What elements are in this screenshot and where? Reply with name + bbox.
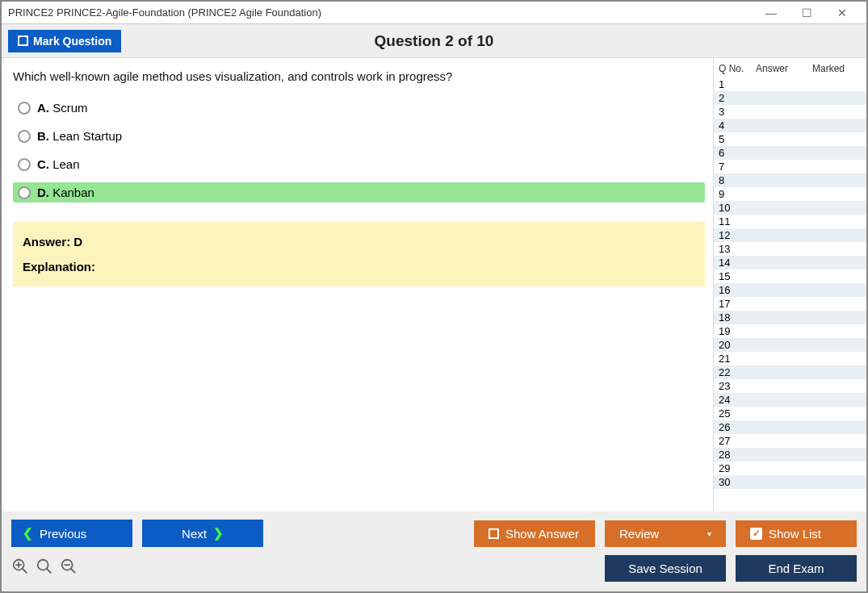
option-b[interactable]: B. Lean Startup: [13, 126, 705, 146]
row-qno: 3: [719, 106, 756, 118]
end-label: End Exam: [768, 562, 824, 575]
row-qno: 21: [719, 353, 756, 365]
option-label: D. Kanban: [37, 186, 94, 199]
option-a[interactable]: A. Scrum: [13, 98, 705, 118]
question-list-row[interactable]: 3: [714, 105, 866, 119]
body-area: Which well-known agile method uses visua…: [2, 58, 866, 512]
row-qno: 12: [719, 229, 756, 241]
show-answer-button[interactable]: Show Answer: [474, 520, 595, 547]
app-window: PRINCE2 PRINCE2-Agile-Foundation (PRINCE…: [0, 0, 868, 593]
close-button[interactable]: ✕: [824, 2, 860, 24]
question-list-row[interactable]: 5: [714, 132, 866, 146]
question-list-row[interactable]: 17: [714, 297, 866, 311]
question-list-row[interactable]: 16: [714, 283, 866, 297]
col-marked: Marked: [812, 63, 862, 74]
question-list[interactable]: 1234567891011121314151617181920212223242…: [714, 77, 866, 512]
show-list-button[interactable]: ✓ Show List: [736, 520, 857, 547]
explanation-label: Explanation:: [23, 260, 695, 274]
question-counter: Question 2 of 10: [375, 32, 494, 50]
question-list-row[interactable]: 19: [714, 324, 866, 338]
question-list-row[interactable]: 6: [714, 146, 866, 160]
question-list-row[interactable]: 11: [714, 215, 866, 228]
question-list-row[interactable]: 21: [714, 352, 866, 365]
question-list-row[interactable]: 2: [714, 91, 866, 105]
row-qno: 13: [719, 243, 756, 255]
zoom-out-icon[interactable]: [60, 558, 78, 579]
radio-icon: [18, 102, 31, 115]
question-list-row[interactable]: 29: [714, 461, 866, 475]
save-label: Save Session: [628, 562, 702, 575]
window-controls: — ☐ ✕: [753, 2, 860, 24]
mark-question-label: Mark Question: [33, 35, 111, 48]
review-label: Review: [619, 527, 659, 541]
maximize-button[interactable]: ☐: [789, 2, 824, 24]
question-list-row[interactable]: 14: [714, 256, 866, 269]
show-list-label: Show List: [769, 527, 821, 541]
row-qno: 19: [719, 325, 756, 337]
option-d[interactable]: D. Kanban: [13, 182, 705, 203]
option-c[interactable]: C. Lean: [13, 154, 705, 174]
question-list-row[interactable]: 4: [714, 119, 866, 132]
row-qno: 2: [719, 92, 756, 104]
check-icon: ✓: [750, 528, 762, 540]
row-qno: 9: [719, 188, 756, 200]
header-bar: Mark Question Question 2 of 10: [2, 24, 866, 58]
zoom-reset-icon[interactable]: [36, 558, 53, 579]
chevron-right-icon: ❯: [213, 526, 224, 541]
question-list-row[interactable]: 10: [714, 201, 866, 215]
mark-question-button[interactable]: Mark Question: [8, 30, 121, 52]
svg-point-4: [38, 560, 48, 570]
review-dropdown[interactable]: Review ▾: [605, 520, 726, 547]
option-label: B. Lean Startup: [37, 129, 122, 143]
question-list-row[interactable]: 9: [714, 187, 866, 201]
chevron-down-icon: ▾: [707, 529, 711, 538]
col-qno: Q No.: [719, 63, 756, 74]
row-qno: 15: [719, 270, 756, 282]
question-list-row[interactable]: 30: [714, 475, 866, 489]
zoom-in-icon[interactable]: [11, 558, 29, 579]
question-list-row[interactable]: 15: [714, 269, 866, 283]
question-list-row[interactable]: 27: [714, 434, 866, 448]
question-list-row[interactable]: 12: [714, 228, 866, 242]
question-list-row[interactable]: 18: [714, 311, 866, 324]
question-list-row[interactable]: 25: [714, 407, 866, 420]
end-exam-button[interactable]: End Exam: [736, 555, 857, 582]
col-answer: Answer: [756, 63, 812, 74]
zoom-controls: [11, 558, 78, 579]
row-qno: 22: [719, 366, 756, 378]
question-list-row[interactable]: 23: [714, 379, 866, 393]
row-qno: 28: [719, 449, 756, 461]
options-list: A. ScrumB. Lean StartupC. LeanD. Kanban: [13, 98, 705, 203]
question-list-row[interactable]: 22: [714, 365, 866, 379]
row-qno: 7: [719, 161, 756, 173]
row-qno: 24: [719, 394, 756, 406]
question-list-row[interactable]: 1: [714, 77, 866, 91]
save-session-button[interactable]: Save Session: [605, 555, 726, 582]
svg-line-5: [47, 569, 52, 574]
answer-text: Answer: D: [23, 235, 695, 248]
minimize-button[interactable]: —: [753, 2, 789, 24]
row-qno: 29: [719, 462, 756, 474]
row-qno: 23: [719, 380, 756, 392]
question-list-row[interactable]: 7: [714, 160, 866, 173]
question-text: Which well-known agile method uses visua…: [13, 69, 705, 83]
row-qno: 16: [719, 284, 756, 296]
row-qno: 30: [719, 476, 756, 488]
titlebar: PRINCE2 PRINCE2-Agile-Foundation (PRINCE…: [2, 2, 866, 24]
row-qno: 4: [719, 119, 756, 132]
question-list-row[interactable]: 24: [714, 393, 866, 407]
question-list-row[interactable]: 26: [714, 420, 866, 434]
question-list-row[interactable]: 13: [714, 242, 866, 256]
question-list-row[interactable]: 28: [714, 448, 866, 461]
question-list-row[interactable]: 8: [714, 173, 866, 187]
previous-button[interactable]: ❮ Previous: [11, 520, 132, 547]
question-list-row[interactable]: 20: [714, 338, 866, 352]
radio-icon: [18, 186, 31, 199]
show-answer-label: Show Answer: [505, 527, 579, 541]
next-button[interactable]: Next ❯: [142, 520, 263, 547]
row-qno: 17: [719, 298, 756, 310]
chevron-left-icon: ❮: [23, 526, 33, 541]
row-qno: 14: [719, 257, 756, 269]
option-label: C. Lean: [37, 157, 80, 171]
previous-label: Previous: [40, 527, 86, 541]
